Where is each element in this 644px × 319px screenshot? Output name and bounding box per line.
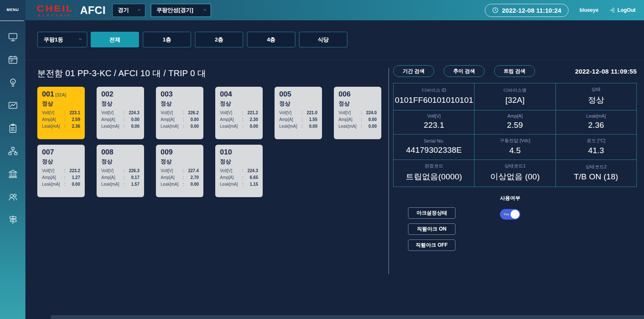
device-card[interactable]: 003정상Volt[V]:226.2Amp[A]:0.00Leak[mA]:0.… (156, 87, 203, 139)
metric-row: Volt[V]:223.2 (42, 168, 80, 173)
serial-arc-off-button[interactable]: 직렬아크 OFF (408, 239, 455, 251)
sidebar-item-users[interactable] (7, 191, 18, 202)
sidebar-item-report[interactable] (7, 123, 18, 134)
sidebar-item-signpost[interactable] (7, 214, 18, 225)
table-row: 판정코드트립없음(0000)상태코드1이상없음 (00)상태코드2T/B ON … (394, 160, 637, 187)
serial-arc-on-button[interactable]: 직렬아크 ON (408, 223, 455, 235)
device-id: 007 (42, 148, 80, 157)
cell-value: 2.59 (476, 121, 554, 130)
device-card[interactable]: 010정상Volt[V]:224.3Amp[A]:6.65Leak[mA]:1.… (215, 145, 263, 197)
metric-colon: : (359, 117, 364, 122)
metric-colon: : (122, 117, 127, 122)
chevron-down-icon (78, 36, 83, 43)
device-card[interactable]: 007정상Volt[V]:223.2Amp[A]:1.27Leak[mA]:0.… (37, 145, 85, 197)
search-row: 기간 검색추이 검색트립 검색 2022-12-08 11:09:55 (393, 65, 637, 77)
region-select[interactable]: 경기 (112, 4, 145, 17)
floor-tabs: 전체1층2층4층식당 (91, 32, 347, 47)
device-id: 004 (220, 91, 258, 99)
table-cell: 상태정상 (555, 83, 636, 110)
device-card[interactable]: 004정상Volt[V]:221.2Amp[A]:2.30Leak[mA]:0.… (215, 87, 263, 139)
cheil-logo[interactable]: CHEIL ELECTRIC (36, 3, 73, 17)
sidebar-item-chart[interactable] (7, 100, 18, 111)
metric-label: Amp[A] (101, 117, 122, 122)
device-card[interactable]: 002정상Volt[V]:224.3Amp[A]:0.00Leak[mA]:0.… (97, 87, 144, 139)
device-card[interactable]: 001[32A]정상Volt[V]:223.1Amp[A]:2.59Leak[m… (37, 87, 85, 139)
metric-label: Leak[mA] (220, 124, 240, 129)
status-badge: 정상 (42, 158, 80, 165)
metric-colon: : (181, 168, 186, 173)
arc-setting-status-button[interactable]: 아크설정상태 (408, 207, 455, 219)
site-select[interactable]: 쿠팡안성[경기] (151, 4, 211, 17)
device-card[interactable]: 009정상Volt[V]:227.4Amp[A]:2.70Leak[mA]:0.… (156, 145, 203, 197)
logout-button[interactable]: LogOut (609, 7, 636, 13)
table-row: 디바이스 ID0101FF60101010101디바이스명[32A]상태정상 (394, 83, 637, 110)
tab-floor4[interactable]: 4층 (247, 32, 295, 47)
metric-row: Leak[mA]:1.15 (220, 182, 258, 187)
cell-label: Volt[V] (395, 113, 473, 118)
metric-value: 227.4 (186, 168, 199, 173)
cell-value: 트립없음(0000) (395, 171, 473, 182)
sidebar-item-building[interactable] (7, 168, 18, 179)
metric-row: Leak[mA]:0.00 (220, 124, 258, 129)
table-row: Volt[V]223.1Amp[A]2.59Leak[mA]2.36 (394, 110, 637, 135)
device-number: 002 (101, 90, 113, 98)
tab-cafeteria[interactable]: 식당 (299, 32, 347, 47)
use-toggle-group: 사용여부 Yes (500, 195, 520, 251)
metric-row: Volt[V]:226.2 (161, 110, 199, 115)
metric-colon: : (240, 117, 245, 122)
tab-floor1[interactable]: 1층 (143, 32, 191, 47)
device-number: 007 (42, 148, 54, 156)
trend-search-button[interactable]: 추이 검색 (444, 65, 485, 77)
metric-label: Leak[mA] (161, 124, 181, 129)
menu-button[interactable]: MENU (0, 0, 25, 19)
metric-label: Amp[A] (220, 175, 240, 180)
sidebar-item-bulb[interactable] (7, 77, 18, 88)
cell-value: 223.1 (395, 121, 473, 130)
metric-value: 221.2 (245, 110, 258, 115)
device-id: 010 (220, 148, 258, 157)
metric-row: Amp[A]:6.65 (220, 175, 258, 180)
metric-colon: : (122, 168, 127, 173)
metric-colon: : (62, 175, 67, 180)
trip-search-button[interactable]: 트립 검색 (494, 65, 535, 77)
page-title: AFCI (80, 4, 105, 16)
metric-value: 0.00 (186, 124, 199, 129)
metric-value: 224.3 (245, 168, 258, 173)
device-id: 005 (279, 91, 317, 99)
status-badge: 정상 (42, 100, 80, 107)
metric-label: Volt[V] (42, 110, 62, 115)
use-toggle[interactable]: Yes (500, 209, 520, 220)
tab-floor2[interactable]: 2층 (195, 32, 243, 47)
device-card[interactable]: 006정상Volt[V]:224.0Amp[A]:0.00Leak[mA]:0.… (334, 87, 381, 139)
period-search-button[interactable]: 기간 검색 (393, 65, 434, 77)
cell-label: 판정코드 (395, 163, 473, 169)
device-card[interactable]: 008정상Volt[V]:226.3Amp[A]:0.17Leak[mA]:1.… (97, 145, 144, 197)
metric-value: 226.2 (186, 110, 199, 115)
metric-value: 221.0 (305, 110, 317, 115)
sidebar-item-monitor[interactable] (7, 31, 18, 42)
tab-all[interactable]: 전체 (91, 32, 139, 47)
metric-colon: : (181, 175, 186, 180)
device-card[interactable]: 005정상Volt[V]:221.0Amp[A]:1.55Leak[mA]:0.… (275, 87, 322, 139)
username[interactable]: blueeye (580, 7, 599, 13)
building-select[interactable]: 쿠팡1동 (37, 32, 87, 47)
bulb-icon (8, 77, 18, 88)
sidebar-item-calendar[interactable] (7, 54, 18, 65)
cell-label: Leak[mA] (557, 113, 635, 118)
metric-value: 0.00 (186, 182, 199, 187)
main-area: 쿠팡1동 전체1층2층4층식당 분전함 01 PP-3-KC / AFCI 10… (25, 20, 644, 319)
cell-value: [32A] (476, 96, 554, 105)
status-badge: 정상 (161, 158, 199, 165)
metric-colon: : (240, 175, 245, 180)
sidebar-item-sitemap[interactable] (7, 146, 18, 157)
table-cell: 상태코드1이상없음 (00) (475, 160, 555, 187)
device-id: 006 (339, 91, 377, 99)
logout-icon (609, 7, 615, 13)
metric-label: Volt[V] (101, 110, 122, 115)
detail-panel: 기간 검색추이 검색트립 검색 2022-12-08 11:09:55 디바이스… (393, 65, 637, 251)
table-row: Serial No.44179302338E구동전압 [Vdc]4.5온도 [°… (394, 135, 637, 160)
horizontal-scrollbar[interactable] (51, 315, 644, 319)
metric-row: Volt[V]:223.1 (42, 110, 80, 115)
metric-row: Leak[mA]:0.00 (161, 124, 199, 129)
device-number: 008 (101, 148, 113, 156)
